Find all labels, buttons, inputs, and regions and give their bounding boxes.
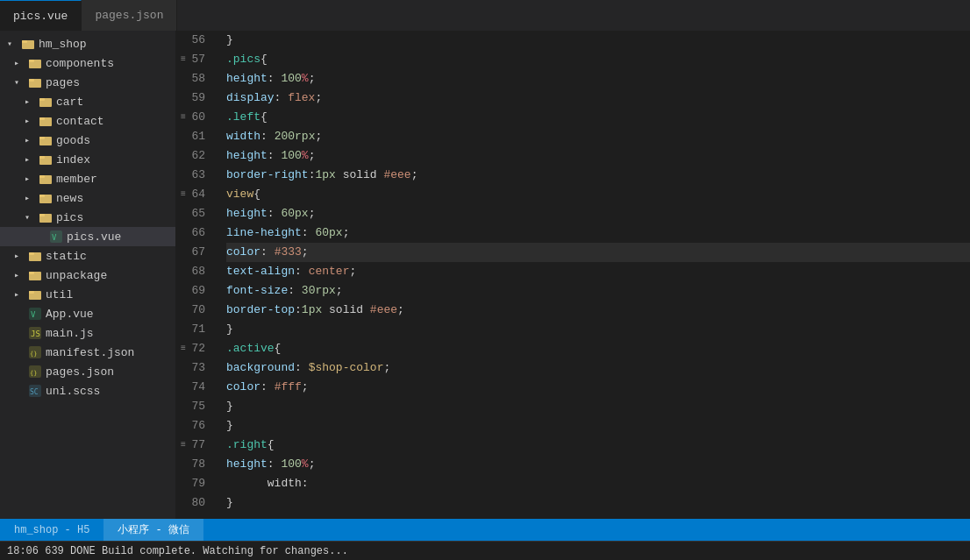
sidebar-label: hm_shop [39,38,87,51]
sidebar-item-static[interactable]: ▸static [0,246,175,266]
code-line: .active{ [226,339,970,358]
line-number: ≡60 [179,108,212,127]
file-icon: JS [28,326,42,340]
sidebar-label: manifest.json [46,346,134,359]
line-number: 78 [179,455,212,474]
sidebar-label: components [46,57,114,70]
file-icon [39,172,53,186]
file-icon: V [28,307,42,321]
svg-rect-25 [29,272,34,274]
file-icon [39,152,53,167]
svg-text:SC: SC [30,388,39,396]
code-line: } [226,397,970,416]
code-line: view{ [226,185,970,204]
line-number: 59 [179,89,212,108]
svg-text:V: V [31,310,36,319]
code-line: .right{ [226,436,970,455]
svg-rect-1 [22,40,27,43]
sidebar-item-hm_shop[interactable]: ▾hm_shop [0,34,175,53]
tab-label: pages.json [95,9,163,22]
line-number: 56 [179,31,212,50]
bottom-tab-miniprogram[interactable]: 小程序 - 微信 [103,519,203,541]
arrow-icon: ▸ [25,154,39,165]
sidebar-item-pics[interactable]: ▾pics [0,208,175,227]
fold-indicator-icon[interactable]: ≡ [181,185,186,204]
fold-indicator-icon[interactable]: ≡ [181,436,186,455]
sidebar-label: cart [56,96,83,109]
arrow-icon: ▸ [25,116,39,126]
fold-indicator-icon[interactable]: ≡ [181,50,186,69]
sidebar-item-util[interactable]: ▸util [0,285,175,304]
sidebar-item-app-vue[interactable]: VApp.vue [0,304,175,323]
arrow-icon: ▸ [14,289,28,300]
fold-indicator-icon[interactable]: ≡ [181,108,186,127]
file-icon: SC [28,384,42,398]
code-line: font-size: 30rpx; [226,281,970,301]
sidebar-item-pages[interactable]: ▾pages [0,73,175,92]
code-editor[interactable]: 56≡575859≡60616263≡6465666768697071≡7273… [175,31,970,519]
code-line: } [226,416,970,436]
svg-rect-23 [29,252,34,255]
file-icon [39,114,53,128]
sidebar-item-pics-vue-file[interactable]: Vpics.vue [0,227,175,246]
file-icon [28,56,42,70]
code-line: color: #333; [226,243,970,262]
arrow-icon: ▸ [25,135,39,145]
line-number: 71 [179,320,212,339]
line-number: 63 [179,166,212,185]
main-content: ▾hm_shop▸components▾pages▸cart▸contact▸g… [0,31,970,519]
file-icon: {} [28,345,42,359]
code-line: border-top:1px solid #eee; [226,301,970,320]
code-line: background: $shop-color; [226,358,970,378]
sidebar-item-contact[interactable]: ▸contact [0,111,175,131]
sidebar-item-pages-json-file[interactable]: {}pages.json [0,362,175,381]
tab-pages-json[interactable]: pages.json [82,0,177,31]
sidebar-label: goods [56,134,90,147]
sidebar-item-goods[interactable]: ▸goods [0,131,175,150]
svg-text:{}: {} [30,370,37,377]
svg-rect-5 [29,79,34,82]
code-line: border-right:1px solid #eee; [226,166,970,185]
sidebar-item-unpackage[interactable]: ▸unpackage [0,266,175,285]
fold-indicator-icon[interactable]: ≡ [181,339,186,358]
arrow-icon: ▸ [25,174,39,184]
sidebar-item-member[interactable]: ▸member [0,169,175,188]
line-numbers: 56≡575859≡60616263≡6465666768697071≡7273… [175,31,219,519]
svg-text:V: V [52,233,57,242]
line-number: 75 [179,397,212,416]
line-number: ≡77 [179,436,212,455]
sidebar-item-index[interactable]: ▸index [0,150,175,169]
bottom-tab-h5[interactable]: hm_shop - H5 [0,519,103,541]
code-line: width: 200rpx; [226,127,970,146]
sidebar-item-components[interactable]: ▸components [0,53,175,73]
code-line: } [226,493,970,513]
arrow-icon: ▸ [14,58,28,68]
sidebar-label: news [56,192,83,205]
sidebar-label: App.vue [46,308,94,321]
arrow-icon: ▸ [25,193,39,203]
code-line: text-align: center; [226,262,970,281]
line-number: 58 [179,69,212,89]
svg-rect-9 [39,117,45,120]
file-icon [39,210,53,224]
line-number: ≡72 [179,339,212,358]
code-line: .left{ [226,108,970,127]
sidebar-item-manifest-json[interactable]: {}manifest.json [0,343,175,362]
tab-pics-vue[interactable]: pics.vue [0,0,82,31]
sidebar-item-cart[interactable]: ▸cart [0,92,175,111]
line-number: 65 [179,204,212,223]
sidebar-item-news[interactable]: ▸news [0,188,175,208]
code-line: color: #fff; [226,378,970,397]
file-icon [39,133,53,147]
file-icon [28,268,42,282]
sidebar-item-uni-scss[interactable]: SCuni.scss [0,381,175,401]
code-content: } .pics{ height: 100%; display: flex; .l… [219,31,970,519]
sidebar-label: pages.json [46,365,114,379]
line-number: 76 [179,416,212,436]
arrow-icon: ▾ [25,212,39,223]
svg-rect-27 [29,291,34,294]
file-icon [21,37,35,51]
sidebar-item-main-js[interactable]: JSmain.js [0,323,175,343]
code-line: height: 60px; [226,204,970,223]
sidebar-label: util [46,288,73,301]
